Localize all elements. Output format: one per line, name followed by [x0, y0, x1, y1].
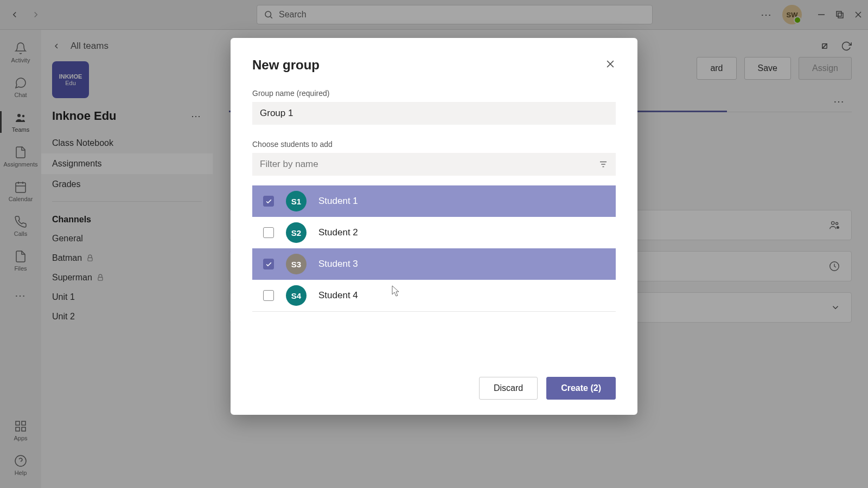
modal-title: New group: [252, 57, 320, 73]
group-name-input[interactable]: [252, 102, 616, 125]
checkbox[interactable]: [263, 290, 274, 301]
student-avatar: S3: [286, 254, 307, 274]
new-group-modal: New group Group name (required) Choose s…: [231, 38, 637, 415]
student-row[interactable]: S3 Student 3: [252, 248, 616, 280]
modal-close-button[interactable]: [605, 59, 616, 72]
student-list: S1 Student 1 S2 Student 2 S3 Student 3 S…: [252, 185, 616, 312]
student-name: Student 1: [318, 196, 358, 207]
filter-input[interactable]: Filter by name: [252, 153, 616, 176]
student-name: Student 4: [318, 290, 358, 301]
student-row[interactable]: S4 Student 4: [252, 280, 616, 311]
student-avatar: S2: [286, 222, 307, 243]
choose-students-label: Choose students to add: [252, 140, 616, 149]
student-row[interactable]: S2 Student 2: [252, 217, 616, 248]
student-avatar: S4: [286, 285, 307, 306]
student-row[interactable]: S1 Student 1: [252, 185, 616, 217]
student-avatar: S1: [286, 191, 307, 211]
create-button[interactable]: Create (2): [546, 377, 616, 400]
filter-icon: [598, 159, 608, 169]
discard-button[interactable]: Discard: [479, 377, 538, 400]
checkbox[interactable]: [263, 196, 274, 207]
student-name: Student 2: [318, 227, 358, 238]
checkbox[interactable]: [263, 227, 274, 238]
student-name: Student 3: [318, 259, 358, 269]
group-name-label: Group name (required): [252, 89, 616, 98]
checkbox[interactable]: [263, 259, 274, 269]
